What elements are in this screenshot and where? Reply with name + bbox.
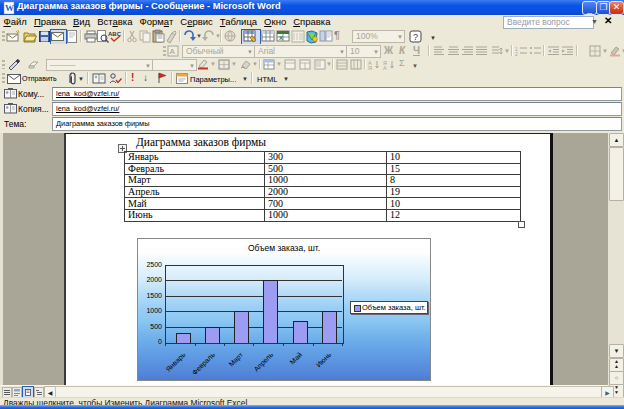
svg-text:?: ?	[413, 32, 418, 42]
svg-text:A: A	[170, 47, 176, 56]
svg-text:X: X	[279, 35, 283, 41]
svg-text:2: 2	[515, 51, 518, 57]
svg-text:W: W	[5, 3, 14, 13]
